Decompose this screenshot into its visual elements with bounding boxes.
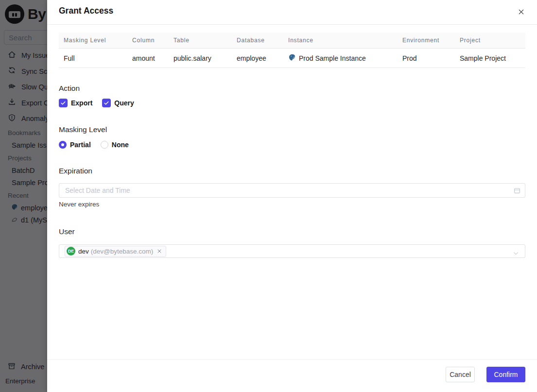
confirm-button[interactable]: Confirm [486,367,525,382]
dialog-title: Grant Access [59,6,113,16]
radio-unselected-icon [101,141,108,149]
cell-table: public.salary [169,54,232,62]
user-select[interactable]: DE dev (dev@bytebase.com) [59,244,525,258]
expiration-date-input[interactable] [59,183,525,198]
col-header-table: Table [169,37,232,44]
expiration-hint: Never expires [59,201,99,208]
cell-database: employee [232,54,283,62]
user-tag: DE dev (dev@bytebase.com) [65,246,166,257]
footer-divider [47,359,537,360]
user-label: User [59,227,75,236]
user-name: dev [78,248,89,255]
col-header-column: Column [127,37,169,44]
export-checkbox[interactable]: Export [59,99,92,107]
header-divider [47,24,537,25]
app-root: By My Issue Sync Sc Slow Qu Export C [0,0,537,392]
cell-environment: Prod [398,54,455,62]
cancel-button[interactable]: Cancel [446,367,475,382]
radio-label: None [112,141,129,149]
col-header-project: Project [455,37,525,44]
col-header-database: Database [232,37,283,44]
chevron-down-icon [512,250,520,259]
masking-table: Masking Level Column Table Database Inst… [59,33,525,68]
table-header-row: Masking Level Column Table Database Inst… [59,33,525,49]
partial-radio[interactable]: Partial [59,141,91,149]
remove-user-icon[interactable] [156,248,162,254]
col-header-environment: Environment [398,37,455,44]
col-header-instance: Instance [283,37,398,44]
cell-project: Sample Project [455,54,525,62]
instance-name: Prod Sample Instance [299,54,366,62]
expiration-label: Expiration [59,167,92,175]
modal-overlay[interactable] [0,0,47,392]
checkbox-label: Export [71,99,92,107]
close-icon[interactable] [515,5,527,18]
checkbox-checked-icon [59,99,68,107]
cell-instance: Prod Sample Instance [283,53,398,63]
cell-column: amount [127,54,169,62]
masking-level-label: Masking Level [59,125,107,134]
grant-access-dialog: Grant Access Masking Level Column Table … [47,0,537,392]
checkbox-checked-icon [102,99,111,107]
table-row: Full amount public.salary employee Prod … [59,49,525,68]
none-radio[interactable]: None [101,141,129,149]
masking-options: Partial None [59,141,139,149]
cell-masking-level: Full [59,54,127,62]
query-checkbox[interactable]: Query [102,99,134,107]
col-header-masking-level: Masking Level [59,37,127,44]
action-label: Action [59,84,80,93]
checkbox-label: Query [114,99,134,107]
user-email: (dev@bytebase.com) [91,248,154,255]
radio-selected-icon [59,141,67,149]
avatar: DE [67,247,75,256]
action-options: Export Query [59,99,144,107]
radio-label: Partial [70,141,91,149]
postgres-icon [288,53,296,63]
